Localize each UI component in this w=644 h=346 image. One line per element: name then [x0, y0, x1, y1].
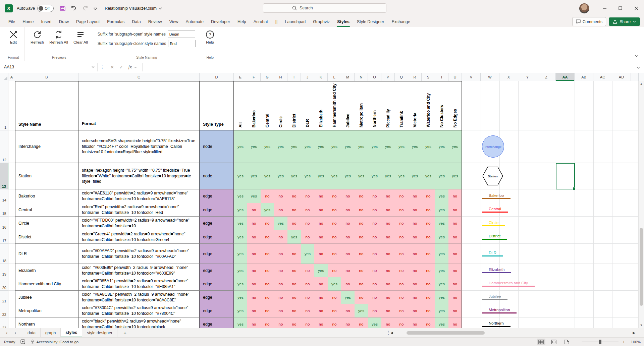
matrix-cell[interactable]: yes [408, 130, 422, 163]
style-type-cell[interactable]: edge [200, 244, 234, 264]
row-header-21[interactable]: 21 [0, 291, 8, 304]
matrix-cell[interactable]: no [381, 304, 395, 318]
matrix-cell[interactable]: no [314, 217, 328, 230]
zoom-slider[interactable] [582, 342, 619, 342]
matrix-cell[interactable]: no [314, 244, 328, 264]
matrix-cell[interactable]: yes [234, 304, 247, 318]
column-header-N[interactable]: N [355, 73, 368, 81]
style-name-cell[interactable]: Interchange [15, 130, 78, 163]
menu-tab-graphviz[interactable]: Graphviz [309, 16, 333, 27]
matrix-cell[interactable]: no [261, 304, 274, 318]
style-name-cell[interactable]: District [15, 230, 78, 244]
style-name-cell[interactable]: DLR [15, 244, 78, 264]
clear-all-button[interactable]: Clear All [71, 28, 91, 46]
matrix-cell[interactable]: no [301, 264, 314, 277]
matrix-cell[interactable]: no [408, 264, 422, 277]
style-type-cell[interactable]: edge [200, 304, 234, 318]
zoom-slider-thumb[interactable] [599, 340, 601, 344]
column-header-C[interactable]: C [78, 73, 200, 81]
matrix-cell[interactable]: no [328, 217, 341, 230]
save-icon[interactable] [60, 5, 66, 11]
matrix-cell[interactable]: no [381, 318, 395, 328]
format-cell[interactable]: color="#F385A1" penwidth=2 radius=9 arro… [78, 277, 200, 291]
matrix-cell[interactable]: yes [395, 130, 408, 163]
zoom-out-button[interactable]: − [575, 339, 578, 345]
matrix-cell[interactable]: no [448, 217, 462, 230]
matrix-cell[interactable]: no [247, 230, 261, 244]
row-header-18[interactable]: 18 [0, 244, 8, 264]
matrix-cell[interactable]: no [395, 230, 408, 244]
matrix-cell[interactable]: no [368, 277, 381, 291]
column-header-L[interactable]: L [328, 73, 341, 81]
header-matrix-waterloo-and-city[interactable]: Waterloo and City [422, 81, 435, 130]
matrix-cell[interactable]: yes [368, 130, 381, 163]
format-cell[interactable]: colorscheme=SVG shape=circle height="0.7… [78, 130, 200, 163]
matrix-cell[interactable]: no [287, 244, 301, 264]
matrix-cell[interactable]: no [274, 230, 287, 244]
format-cell[interactable]: color="#00AFAD" penwidth=2 radius=9 arro… [78, 244, 200, 264]
matrix-cell[interactable]: no [408, 217, 422, 230]
matrix-cell[interactable]: yes [234, 230, 247, 244]
matrix-cell[interactable]: yes [247, 189, 261, 203]
undo-icon[interactable] [70, 6, 77, 11]
matrix-cell[interactable]: no [355, 230, 368, 244]
header-matrix-circle[interactable]: Circle [274, 81, 287, 130]
matrix-cell[interactable]: no [247, 203, 261, 217]
row-header-17[interactable]: 17 [0, 230, 8, 244]
matrix-cell[interactable]: no [408, 203, 422, 217]
sheet-tab-data[interactable]: data [23, 328, 41, 338]
matrix-cell[interactable]: yes [287, 130, 301, 163]
matrix-cell[interactable]: yes [314, 163, 328, 189]
matrix-cell[interactable]: no [355, 203, 368, 217]
menu-tab-file[interactable]: File [5, 16, 19, 27]
matrix-cell[interactable]: no [301, 189, 314, 203]
matrix-cell[interactable]: no [287, 277, 301, 291]
matrix-cell[interactable]: no [314, 318, 328, 328]
menu-tab-developer[interactable]: Developer [207, 16, 234, 27]
matrix-cell[interactable]: no [261, 264, 274, 277]
matrix-cell[interactable]: yes [234, 163, 247, 189]
matrix-cell[interactable]: yes [274, 217, 287, 230]
matrix-cell[interactable]: no [395, 189, 408, 203]
style-name-cell[interactable]: Bakerloo [15, 189, 78, 203]
matrix-cell[interactable]: no [341, 217, 355, 230]
scroll-up-icon[interactable]: ▲ [639, 81, 644, 86]
style-type-cell[interactable]: node [200, 130, 234, 163]
matrix-cell[interactable]: no [247, 244, 261, 264]
matrix-cell[interactable]: no [341, 244, 355, 264]
confirm-entry-icon[interactable]: ✓ [119, 65, 123, 70]
autosave-toggle[interactable]: AutoSave Off [17, 5, 54, 12]
column-header-AB[interactable]: AB [575, 73, 593, 81]
insert-function-icon[interactable]: fx [128, 64, 137, 70]
matrix-cell[interactable]: no [328, 230, 341, 244]
matrix-cell[interactable]: no [422, 318, 435, 328]
matrix-cell[interactable]: no [274, 203, 287, 217]
matrix-cell[interactable]: yes [328, 277, 341, 291]
matrix-cell[interactable]: no [328, 203, 341, 217]
row-header-13[interactable]: 13 [0, 163, 8, 189]
column-header-J[interactable]: J [301, 73, 314, 81]
matrix-cell[interactable]: no [328, 189, 341, 203]
normal-view-button[interactable] [537, 339, 545, 345]
matrix-cell[interactable]: yes [435, 304, 448, 318]
matrix-cell[interactable]: no [395, 264, 408, 277]
matrix-cell[interactable]: yes [435, 244, 448, 264]
matrix-cell[interactable]: no [274, 318, 287, 328]
matrix-cell[interactable]: yes [435, 130, 448, 163]
matrix-cell[interactable]: yes [435, 291, 448, 304]
zoom-in-button[interactable]: + [623, 339, 625, 345]
matrix-cell[interactable]: no [261, 291, 274, 304]
matrix-cell[interactable]: yes [261, 203, 274, 217]
style-name-cell[interactable]: Station [15, 163, 78, 189]
header-matrix-tramlink[interactable]: Tramlink [395, 81, 408, 130]
menu-tab-page-layout[interactable]: Page Layout [72, 16, 103, 27]
menu-tab-exchange[interactable]: Exchange [388, 16, 414, 27]
matrix-cell[interactable]: no [408, 230, 422, 244]
matrix-cell[interactable]: no [381, 277, 395, 291]
search-input[interactable]: Search [263, 3, 386, 13]
scroll-left-icon[interactable]: ◀ [390, 331, 393, 335]
matrix-cell[interactable]: no [341, 230, 355, 244]
matrix-cell[interactable]: no [261, 318, 274, 328]
matrix-cell[interactable]: no [422, 304, 435, 318]
matrix-cell[interactable]: no [408, 244, 422, 264]
